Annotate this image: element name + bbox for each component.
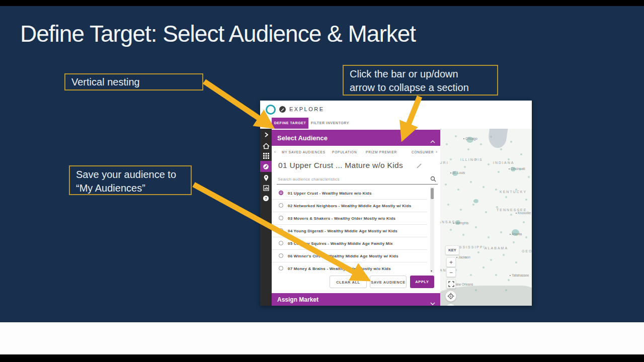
subtab-prev-icon[interactable]: ‹ xyxy=(274,149,276,154)
audience-option-row[interactable]: 06 Winner's Circle - Wealthy Middle Age … xyxy=(272,250,427,262)
radio-icon[interactable] xyxy=(279,253,283,258)
search-underline xyxy=(277,184,438,185)
svg-text:?: ? xyxy=(265,196,267,201)
city-label: St. Louis xyxy=(450,171,465,174)
scrollbar-down-arrow[interactable]: ▾ xyxy=(431,269,432,273)
callout-text: Vertical nesting xyxy=(71,75,196,89)
tab-define-target[interactable]: DEFINE TARGET xyxy=(272,118,308,129)
audience-option-label: 06 Winner's Circle - Wealthy Middle Age … xyxy=(288,254,398,258)
edit-pencil-icon[interactable] xyxy=(416,163,422,170)
save-audience-button[interactable]: SAVE AUDIENCE xyxy=(370,276,407,288)
subtab-population[interactable]: POPULATION xyxy=(332,150,357,154)
audience-title: 01 Upper Crust ... Mature w/o Kids xyxy=(278,161,403,170)
radio-icon[interactable] xyxy=(279,216,283,220)
clear-all-button[interactable]: CLEAR ALL xyxy=(330,276,367,288)
arrow-vertical-nesting xyxy=(204,81,266,123)
explore-compass-icon[interactable] xyxy=(260,161,272,172)
subtab-prizm-premier[interactable]: PRIZM PREMIER xyxy=(366,150,397,154)
search-icon[interactable] xyxy=(430,175,436,184)
assign-market-section-bar[interactable]: Assign Market xyxy=(272,293,440,306)
audience-option-label: 07 Money & Brains - Wealthy Older Mostly… xyxy=(288,266,391,271)
subtab-my-saved-audiences[interactable]: MY SAVED AUDIENCES xyxy=(282,150,326,154)
report-chart-icon[interactable] xyxy=(260,183,272,193)
callout-collapse-section: Click the bar or up/down arrow to collap… xyxy=(343,65,498,96)
callout-vertical-nesting: Vertical nesting xyxy=(64,73,203,90)
apps-grid-icon[interactable] xyxy=(260,151,272,161)
scrollbar-thumb[interactable] xyxy=(431,188,434,199)
app-brand: EXPLORE xyxy=(289,106,324,112)
list-scrollbar[interactable]: ▾ xyxy=(430,187,434,273)
assign-market-header: Assign Market xyxy=(277,296,318,303)
audience-option-row[interactable]: 04 Young Digerati - Wealthy Middle Age M… xyxy=(272,225,427,237)
top-black-bar xyxy=(0,0,644,6)
state-label: GEORGIA xyxy=(522,249,532,253)
city-label: Jackson xyxy=(456,255,470,259)
chevron-down-icon[interactable] xyxy=(430,298,435,307)
expand-chevron-icon[interactable] xyxy=(260,130,272,140)
audience-option-label: 01 Upper Crust - Wealthy Mature w/o Kids xyxy=(288,191,372,196)
page-title: Define Target: Select Audience & Market xyxy=(20,20,416,47)
callout-save-audience: Save your audience to “My Audiences” xyxy=(69,165,192,195)
tab-filter-inventory[interactable]: FILTER INVENTORY xyxy=(308,118,352,129)
chevron-up-icon[interactable] xyxy=(430,136,435,145)
audience-option-label: 05 Country Squires - Wealthy Middle Age … xyxy=(288,241,393,246)
audience-subtab-strip: ‹ MY SAVED AUDIENCES POPULATION PRIZM PR… xyxy=(272,146,440,159)
state-label: ALABAMA xyxy=(485,246,508,250)
select-audience-header: Select Audience xyxy=(277,134,328,142)
state-label: ILLINOIS xyxy=(460,158,483,161)
callout-text-line2: arrow to collapse a section xyxy=(350,81,491,95)
audience-option-row[interactable]: 03 Movers & Shakers - Wealthy Older Most… xyxy=(272,212,427,225)
audience-option-list: 01 Upper Crust - Wealthy Mature w/o Kids… xyxy=(272,187,429,273)
state-label: INDIANA xyxy=(493,161,514,164)
city-label: Atlanta xyxy=(510,232,522,236)
city-label: Memphis xyxy=(453,221,468,225)
app-window: EXPLORE DEFINE TARGET FILTER INVENTORY xyxy=(260,101,532,306)
audience-option-label: 04 Young Digerati - Wealthy Middle Age M… xyxy=(288,229,397,233)
map-canvas[interactable]: ILLINOIS INDIANA KENTUCKY TENNESSEE MISS… xyxy=(440,129,532,306)
app-sidebar: ? xyxy=(260,129,272,306)
subtab-next-icon[interactable]: › xyxy=(436,149,437,154)
explore-pencil-icon xyxy=(279,106,286,113)
map-texture xyxy=(440,129,441,130)
radio-icon[interactable] xyxy=(279,228,283,233)
home-icon[interactable] xyxy=(260,141,272,151)
slide: Define Target: Select Audience & Market … xyxy=(0,0,644,362)
state-label: KENTUCKY xyxy=(500,190,527,194)
audience-option-row[interactable]: 01 Upper Crust - Wealthy Mature w/o Kids xyxy=(272,187,427,200)
city-label: Knoxville xyxy=(516,211,531,215)
callout-text-line2: “My Audiences” xyxy=(76,182,185,195)
locate-target-icon[interactable] xyxy=(445,291,456,302)
audience-option-partial-row[interactable] xyxy=(272,272,429,273)
radio-icon[interactable] xyxy=(279,241,283,245)
audience-option-row[interactable]: 02 Networked Neighbors - Wealthy Middle … xyxy=(272,200,427,212)
geopath-ring-icon xyxy=(266,105,276,115)
audience-option-label: 03 Movers & Shakers - Wealthy Older Most… xyxy=(288,216,395,221)
city-label: Tallahassee xyxy=(510,274,529,277)
map-key-button[interactable]: KEY xyxy=(445,245,459,255)
select-audience-section-bar[interactable]: Select Audience xyxy=(272,130,440,146)
lake-michigan-shape xyxy=(487,129,508,149)
city-label: Chicago xyxy=(463,137,477,140)
radio-icon[interactable] xyxy=(279,266,283,270)
bottom-black-bar xyxy=(0,354,644,362)
audience-option-row[interactable]: 05 Country Squires - Wealthy Middle Age … xyxy=(272,237,427,250)
callout-text-line1: Save your audience to xyxy=(76,168,185,182)
callout-text-line1: Click the bar or up/down xyxy=(350,67,491,81)
subtab-consumer[interactable]: CONSUMER xyxy=(412,150,434,154)
help-icon[interactable]: ? xyxy=(260,193,272,203)
audience-option-label: 02 Networked Neighbors - Wealthy Middle … xyxy=(288,204,411,208)
zoom-in-button[interactable]: + xyxy=(446,257,456,267)
city-label: Cincinnati xyxy=(509,167,525,170)
radio-icon[interactable] xyxy=(279,191,283,195)
footer-strip: gepath xyxy=(0,322,644,354)
fullscreen-expand-icon[interactable] xyxy=(446,279,456,289)
zoom-out-button[interactable]: − xyxy=(446,267,456,277)
apply-button[interactable]: APPLY xyxy=(410,276,434,288)
urban-blob xyxy=(473,199,478,203)
state-label: MISSOURI xyxy=(440,161,449,164)
radio-icon[interactable] xyxy=(279,203,283,208)
location-pin-icon[interactable] xyxy=(260,173,272,183)
search-input[interactable] xyxy=(277,174,430,184)
